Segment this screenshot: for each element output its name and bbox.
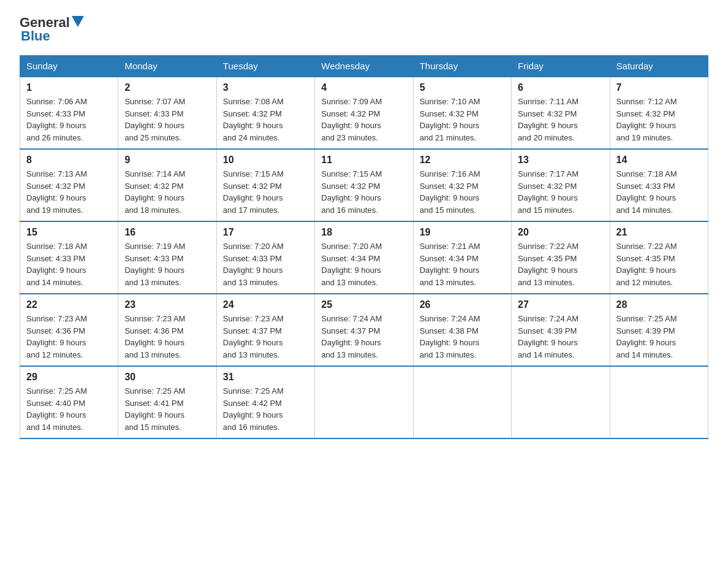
calendar-cell: 3 Sunrise: 7:08 AMSunset: 4:32 PMDayligh… (216, 77, 314, 149)
day-info: Sunrise: 7:11 AMSunset: 4:32 PMDaylight:… (518, 97, 578, 142)
day-info: Sunrise: 7:12 AMSunset: 4:32 PMDaylight:… (616, 97, 677, 142)
day-number: 12 (420, 155, 505, 166)
day-info: Sunrise: 7:25 AMSunset: 4:40 PMDaylight:… (26, 386, 87, 432)
calendar-cell: 8 Sunrise: 7:13 AMSunset: 4:32 PMDayligh… (20, 149, 118, 221)
calendar-table: SundayMondayTuesdayWednesdayThursdayFrid… (20, 55, 708, 439)
calendar-cell: 16 Sunrise: 7:19 AMSunset: 4:33 PMDaylig… (118, 221, 216, 294)
calendar-cell: 24 Sunrise: 7:23 AMSunset: 4:37 PMDaylig… (216, 294, 314, 366)
day-number: 8 (26, 155, 112, 166)
day-number: 17 (223, 227, 308, 238)
day-info: Sunrise: 7:13 AMSunset: 4:32 PMDaylight:… (26, 169, 87, 215)
logo-blue-text: Blue (21, 28, 50, 44)
calendar-cell: 30 Sunrise: 7:25 AMSunset: 4:41 PMDaylig… (118, 366, 216, 439)
day-number: 19 (420, 227, 505, 238)
day-number: 22 (26, 299, 112, 310)
day-info: Sunrise: 7:22 AMSunset: 4:35 PMDaylight:… (518, 242, 578, 287)
day-info: Sunrise: 7:22 AMSunset: 4:35 PMDaylight:… (616, 242, 677, 287)
day-info: Sunrise: 7:06 AMSunset: 4:33 PMDaylight:… (26, 97, 87, 142)
day-number: 21 (616, 227, 702, 238)
calendar-week-row: 8 Sunrise: 7:13 AMSunset: 4:32 PMDayligh… (20, 149, 708, 221)
calendar-cell: 14 Sunrise: 7:18 AMSunset: 4:33 PMDaylig… (610, 149, 708, 221)
day-info: Sunrise: 7:18 AMSunset: 4:33 PMDaylight:… (616, 169, 677, 215)
calendar-cell (512, 366, 610, 439)
column-header-tuesday: Tuesday (216, 56, 314, 77)
day-number: 28 (616, 299, 702, 310)
day-info: Sunrise: 7:16 AMSunset: 4:32 PMDaylight:… (420, 169, 480, 215)
day-info: Sunrise: 7:17 AMSunset: 4:32 PMDaylight:… (518, 169, 578, 215)
day-number: 3 (223, 82, 308, 93)
column-header-monday: Monday (118, 56, 216, 77)
day-info: Sunrise: 7:08 AMSunset: 4:32 PMDaylight:… (223, 97, 284, 142)
day-info: Sunrise: 7:14 AMSunset: 4:32 PMDaylight:… (124, 169, 185, 215)
day-number: 13 (518, 155, 603, 166)
page-header: General Blue (20, 15, 708, 44)
day-info: Sunrise: 7:23 AMSunset: 4:36 PMDaylight:… (124, 314, 185, 359)
calendar-cell: 12 Sunrise: 7:16 AMSunset: 4:32 PMDaylig… (413, 149, 511, 221)
day-info: Sunrise: 7:21 AMSunset: 4:34 PMDaylight:… (420, 242, 480, 287)
calendar-cell: 20 Sunrise: 7:22 AMSunset: 4:35 PMDaylig… (512, 221, 610, 294)
day-number: 30 (124, 372, 210, 383)
day-info: Sunrise: 7:20 AMSunset: 4:34 PMDaylight:… (321, 242, 382, 287)
calendar-cell: 29 Sunrise: 7:25 AMSunset: 4:40 PMDaylig… (20, 366, 118, 439)
calendar-cell: 7 Sunrise: 7:12 AMSunset: 4:32 PMDayligh… (610, 77, 708, 149)
calendar-cell: 31 Sunrise: 7:25 AMSunset: 4:42 PMDaylig… (216, 366, 314, 439)
calendar-cell: 28 Sunrise: 7:25 AMSunset: 4:39 PMDaylig… (610, 294, 708, 366)
day-number: 16 (124, 227, 210, 238)
column-header-saturday: Saturday (610, 56, 708, 77)
calendar-header-row: SundayMondayTuesdayWednesdayThursdayFrid… (20, 56, 708, 77)
day-number: 25 (321, 299, 406, 310)
day-number: 24 (223, 299, 308, 310)
column-header-sunday: Sunday (20, 56, 118, 77)
calendar-cell: 10 Sunrise: 7:15 AMSunset: 4:32 PMDaylig… (216, 149, 314, 221)
day-info: Sunrise: 7:25 AMSunset: 4:41 PMDaylight:… (124, 386, 185, 432)
day-number: 1 (26, 82, 112, 93)
day-info: Sunrise: 7:15 AMSunset: 4:32 PMDaylight:… (223, 169, 284, 215)
calendar-cell: 19 Sunrise: 7:21 AMSunset: 4:34 PMDaylig… (413, 221, 511, 294)
day-info: Sunrise: 7:25 AMSunset: 4:42 PMDaylight:… (223, 386, 284, 432)
day-number: 20 (518, 227, 603, 238)
day-number: 6 (518, 82, 603, 93)
day-number: 11 (321, 155, 406, 166)
day-info: Sunrise: 7:07 AMSunset: 4:33 PMDaylight:… (124, 97, 185, 142)
day-number: 15 (26, 227, 112, 238)
day-number: 5 (420, 82, 505, 93)
calendar-cell: 13 Sunrise: 7:17 AMSunset: 4:32 PMDaylig… (512, 149, 610, 221)
day-number: 10 (223, 155, 308, 166)
day-info: Sunrise: 7:10 AMSunset: 4:32 PMDaylight:… (420, 97, 480, 142)
day-info: Sunrise: 7:23 AMSunset: 4:37 PMDaylight:… (223, 314, 284, 359)
day-number: 23 (124, 299, 210, 310)
day-info: Sunrise: 7:09 AMSunset: 4:32 PMDaylight:… (321, 97, 382, 142)
calendar-cell: 11 Sunrise: 7:15 AMSunset: 4:32 PMDaylig… (315, 149, 413, 221)
day-number: 29 (26, 372, 112, 383)
day-number: 26 (420, 299, 505, 310)
calendar-week-row: 22 Sunrise: 7:23 AMSunset: 4:36 PMDaylig… (20, 294, 708, 366)
day-number: 31 (223, 372, 308, 383)
day-info: Sunrise: 7:20 AMSunset: 4:33 PMDaylight:… (223, 242, 284, 287)
logo: General Blue (20, 15, 86, 44)
calendar-cell: 25 Sunrise: 7:24 AMSunset: 4:37 PMDaylig… (315, 294, 413, 366)
calendar-cell: 2 Sunrise: 7:07 AMSunset: 4:33 PMDayligh… (118, 77, 216, 149)
calendar-cell (315, 366, 413, 439)
day-info: Sunrise: 7:18 AMSunset: 4:33 PMDaylight:… (26, 242, 87, 287)
calendar-cell: 6 Sunrise: 7:11 AMSunset: 4:32 PMDayligh… (512, 77, 610, 149)
calendar-week-row: 1 Sunrise: 7:06 AMSunset: 4:33 PMDayligh… (20, 77, 708, 149)
day-info: Sunrise: 7:23 AMSunset: 4:36 PMDaylight:… (26, 314, 87, 359)
day-number: 27 (518, 299, 603, 310)
column-header-wednesday: Wednesday (315, 56, 413, 77)
calendar-cell: 21 Sunrise: 7:22 AMSunset: 4:35 PMDaylig… (610, 221, 708, 294)
calendar-cell: 22 Sunrise: 7:23 AMSunset: 4:36 PMDaylig… (20, 294, 118, 366)
day-number: 9 (124, 155, 210, 166)
calendar-week-row: 29 Sunrise: 7:25 AMSunset: 4:40 PMDaylig… (20, 366, 708, 439)
day-info: Sunrise: 7:25 AMSunset: 4:39 PMDaylight:… (616, 314, 677, 359)
calendar-cell (413, 366, 511, 439)
column-header-thursday: Thursday (413, 56, 511, 77)
calendar-cell: 4 Sunrise: 7:09 AMSunset: 4:32 PMDayligh… (315, 77, 413, 149)
day-info: Sunrise: 7:24 AMSunset: 4:39 PMDaylight:… (518, 314, 578, 359)
calendar-cell: 27 Sunrise: 7:24 AMSunset: 4:39 PMDaylig… (512, 294, 610, 366)
day-info: Sunrise: 7:24 AMSunset: 4:37 PMDaylight:… (321, 314, 382, 359)
calendar-cell (610, 366, 708, 439)
calendar-week-row: 15 Sunrise: 7:18 AMSunset: 4:33 PMDaylig… (20, 221, 708, 294)
day-number: 14 (616, 155, 702, 166)
day-number: 4 (321, 82, 406, 93)
calendar-cell: 17 Sunrise: 7:20 AMSunset: 4:33 PMDaylig… (216, 221, 314, 294)
